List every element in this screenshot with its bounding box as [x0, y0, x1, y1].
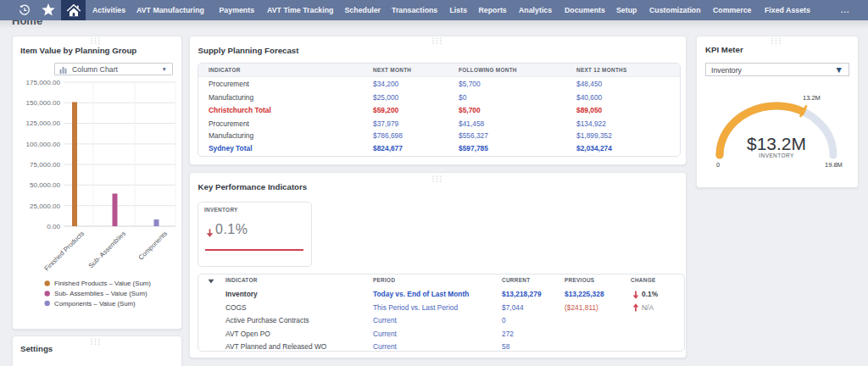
svg-text:Finished Products: Finished Products — [43, 230, 86, 273]
svg-text:125,000.00: 125,000.00 — [25, 119, 60, 127]
svg-text:Components – Value (Sum): Components – Value (Sum) — [54, 300, 136, 308]
svg-text:25,000.00: 25,000.00 — [30, 202, 61, 210]
svg-text:Components: Components — [136, 230, 169, 262]
svg-text:150,000.00: 150,000.00 — [25, 99, 60, 107]
svg-text:175,000.00: 175,000.00 — [25, 79, 60, 86]
svg-text:Finished Products – Value (Sum: Finished Products – Value (Sum) — [54, 280, 151, 287]
svg-text:Sub- Assemblies – Value (Sum): Sub- Assemblies – Value (Sum) — [54, 290, 147, 297]
svg-text:75,000.00: 75,000.00 — [30, 161, 61, 169]
svg-text:50,000.00: 50,000.00 — [30, 181, 61, 189]
svg-text:Sub- Assemblies: Sub- Assemblies — [87, 230, 127, 269]
svg-text:100,000.00: 100,000.00 — [25, 141, 60, 148]
svg-text:0.00: 0.00 — [47, 223, 60, 230]
